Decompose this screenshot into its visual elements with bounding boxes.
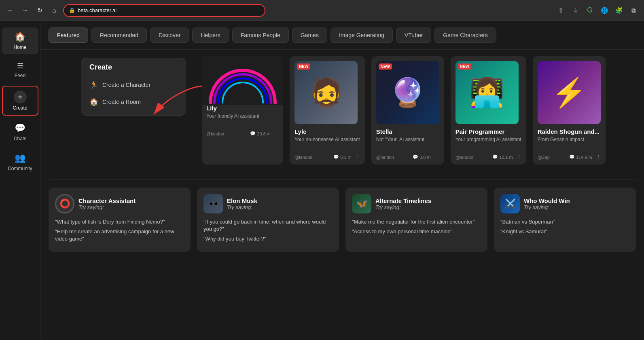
extensions-button[interactable]: G	[584, 5, 595, 16]
content-area: Featured Recommended Discover Helpers Fa…	[40, 21, 644, 340]
whowin-name-container: Who Would Win Try saying:	[524, 197, 570, 210]
character-card-lyle[interactable]: 🧔 NEW Lyle Your no-nonsense AI assistant…	[290, 56, 365, 165]
timeline-try-label: Try saying:	[375, 204, 431, 210]
try-card-whowin[interactable]: ⚔️ Who Would Win Try saying: "Batman vs …	[494, 188, 636, 252]
raiden-avatar: ⚡	[538, 61, 601, 124]
pair-more-btn[interactable]: ⋮	[517, 154, 521, 160]
tab-image-generating[interactable]: Image Generating	[330, 27, 393, 43]
lily-meta: @landon 💬 20.8 m ⋮	[206, 131, 279, 136]
assistant-name-container: Character Assistant Try saying:	[78, 197, 136, 210]
forward-button[interactable]: →	[19, 5, 31, 16]
stella-meta: @landon 💬 3.8 m ⋮	[376, 154, 439, 160]
character-card-pair-programmer[interactable]: 👩‍💻 NEW Pair Programmer Your programming…	[451, 56, 526, 165]
create-character-icon: 🏃	[89, 80, 98, 89]
lyle-avatar: 🧔 NEW	[294, 61, 358, 124]
sidebar-item-feed[interactable]: ☰ Feed	[2, 57, 38, 82]
lily-name: Lily	[206, 105, 279, 112]
elon-avatar-icon: 🕶️	[208, 199, 219, 209]
raiden-chats: 💬 114.9 m	[569, 154, 592, 160]
main-layout: 🏠 Home ☰ Feed + Create 💬 Chats 👥 Communi…	[0, 21, 644, 340]
assistant-avatar-icon: ⭕	[59, 199, 70, 209]
timeline-avatar-icon: 🦋	[356, 199, 367, 209]
home-button[interactable]: ⌂	[49, 5, 60, 16]
raiden-name: Raiden Shogun and...	[538, 128, 601, 135]
back-button[interactable]: ←	[5, 5, 16, 16]
community-icon: 👥	[15, 153, 25, 163]
character-card-lily[interactable]: Lily Your friendly AI assistant @landon …	[202, 56, 283, 165]
feed-icon: ☰	[17, 61, 23, 70]
reload-button[interactable]: ↻	[34, 5, 45, 16]
pair-chats: 💬 12.1 m	[492, 154, 513, 160]
assistant-quote-1: "What type of fish is Dory from Finding …	[55, 218, 184, 226]
red-arrow	[146, 82, 210, 124]
assistant-try-label: Try saying:	[78, 204, 136, 210]
lily-arc-container	[202, 56, 283, 105]
chat-bubble-icon: 💬	[250, 131, 256, 136]
sidebar-create-label: Create	[13, 105, 27, 111]
elon-name: Elon Musk	[227, 197, 257, 204]
pair-desc: Your programming AI assistant	[455, 137, 521, 151]
whowin-name: Who Would Win	[524, 197, 570, 204]
tab-games[interactable]: Games	[292, 27, 327, 43]
chats-icon: 💬	[15, 123, 25, 133]
lyle-author: @landon	[294, 155, 312, 160]
stella-chats: 💬 3.8 m	[413, 154, 431, 160]
stella-new-badge: NEW	[379, 63, 392, 70]
bookmark-button[interactable]: ☆	[570, 5, 581, 16]
tab-famous-people[interactable]: Famous People	[232, 27, 289, 43]
try-card-char-assistant[interactable]: ⭕ Character Assistant Try saying: "What …	[49, 188, 191, 252]
tab-game-characters[interactable]: Game Characters	[434, 27, 496, 43]
create-plus-icon: +	[14, 91, 27, 103]
lyle-name: Lyle	[294, 128, 360, 135]
assistant-name: Character Assistant	[78, 197, 136, 204]
try-card-elon[interactable]: 🕶️ Elon Musk Try saying: "If you could g…	[197, 188, 339, 252]
sidebar-item-home[interactable]: 🏠 Home	[2, 27, 38, 54]
lyle-more-btn[interactable]: ⋮	[356, 154, 360, 160]
share-button[interactable]: ⇧	[555, 5, 566, 16]
tab-helpers[interactable]: Helpers	[192, 27, 229, 43]
window-button[interactable]: ⧉	[628, 5, 639, 16]
lyle-desc: Your no-nonsense AI assistant	[294, 137, 360, 151]
assistant-quote-2: "Help me create an advertising campaign …	[55, 228, 184, 243]
sidebar: 🏠 Home ☰ Feed + Create 💬 Chats 👥 Communi…	[0, 21, 40, 340]
timeline-quote-1: "Make me the negotiator for the first al…	[352, 218, 481, 226]
pair-new-badge: NEW	[458, 63, 471, 70]
stella-desc: Not "Your" AI assistant	[376, 137, 439, 151]
whowin-try-label: Try saying:	[524, 204, 570, 210]
stella-more-btn[interactable]: ⋮	[435, 154, 439, 160]
try-header-whowin: ⚔️ Who Would Win Try saying:	[500, 194, 629, 213]
pair-name: Pair Programmer	[455, 128, 521, 135]
globe-button[interactable]: 🌐	[599, 5, 610, 16]
tab-vtuber[interactable]: VTuber	[396, 27, 431, 43]
lyle-new-badge: NEW	[297, 63, 310, 70]
lily-author: @landon	[206, 131, 224, 136]
tab-discover[interactable]: Discover	[150, 27, 189, 43]
pair-avatar: 👩‍💻 NEW	[455, 61, 519, 124]
sidebar-home-label: Home	[13, 44, 26, 50]
sidebar-item-create[interactable]: + Create	[2, 86, 38, 116]
try-card-timeline[interactable]: 🦋 Alternate Timelines Try saying: "Make …	[345, 188, 487, 252]
whowin-avatar-icon: ⚔️	[505, 199, 516, 209]
sidebar-item-chats[interactable]: 💬 Chats	[2, 119, 38, 146]
characters-section: Create 🏃 Create a Character 🏠 Create a R…	[40, 50, 644, 179]
address-bar[interactable]: 🔒 beta.character.ai	[63, 4, 265, 17]
character-card-stella[interactable]: 🔮 NEW Stella Not "Your" AI assistant @la…	[371, 56, 444, 165]
lily-more-btn[interactable]: ⋮	[275, 131, 279, 136]
timeline-avatar: 🦋	[352, 194, 371, 213]
stella-avatar-emoji: 🔮	[376, 61, 439, 124]
lock-icon: 🔒	[69, 7, 75, 13]
elon-name-container: Elon Musk Try saying:	[227, 197, 257, 210]
try-header-elon: 🕶️ Elon Musk Try saying:	[203, 194, 333, 213]
tab-recommended[interactable]: Recommended	[91, 27, 147, 43]
character-card-raiden[interactable]: ⚡ Raiden Shogun and... From Genshin Impa…	[533, 56, 606, 165]
raiden-author: @Zap	[538, 155, 550, 160]
lyle-meta: @landon 💬 8.1 m ⋮	[294, 154, 360, 160]
puzzle-button[interactable]: 🧩	[613, 5, 625, 16]
stella-name: Stella	[376, 128, 439, 135]
browser-right-icons: ⇧ ☆ G 🌐 🧩 ⧉	[555, 5, 639, 16]
sidebar-item-community[interactable]: 👥 Community	[2, 149, 38, 175]
elon-quote-1: "If you could go back in time, when and …	[203, 218, 333, 233]
try-saying-section: ⭕ Character Assistant Try saying: "What …	[40, 180, 644, 260]
raiden-more-btn[interactable]: ⋮	[596, 154, 601, 160]
tab-featured[interactable]: Featured	[49, 27, 88, 43]
